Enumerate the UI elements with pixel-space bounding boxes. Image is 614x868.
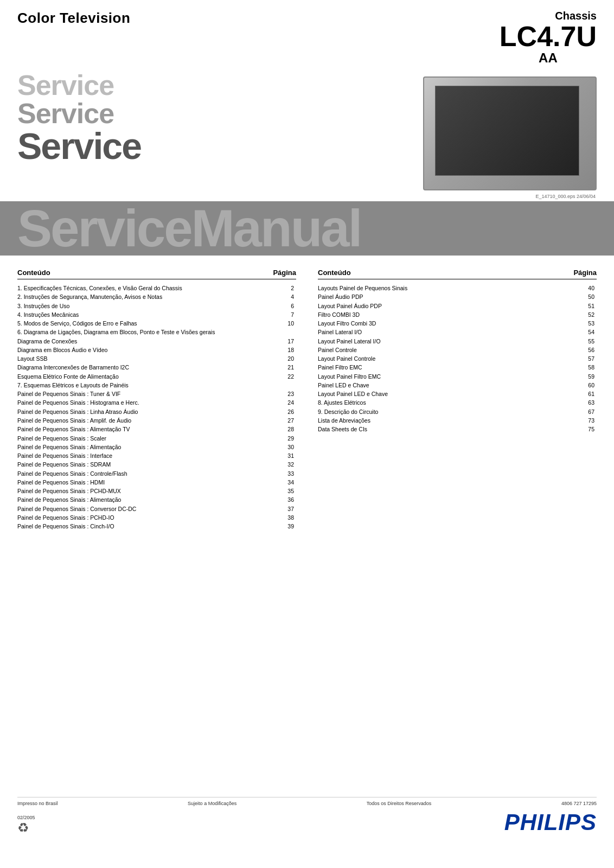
toc-right-list-item: Layout Painel Áudio PDP51 (318, 302, 597, 310)
toc-right-list-item: 9. Descrição do Circuito67 (318, 407, 597, 416)
toc-item-text: Painel de Pequenos Sinais : HDMI (17, 478, 281, 487)
toc-item-page: 38 (281, 513, 294, 522)
service-text-3: Service (17, 127, 141, 164)
toc-left-list-item: Layout SSB20 (17, 354, 296, 363)
toc-item-text: Layout Painel LED e Chave (318, 390, 581, 398)
toc-left-page-label: Página (273, 269, 296, 277)
toc-item-page: 58 (581, 363, 594, 372)
toc-item-text: Esquema Elétrico Fonte de Alimentação (17, 372, 281, 381)
toc-item-page: 7 (281, 310, 294, 319)
toc-item-text: Layout Painel Controle (318, 354, 581, 363)
toc-item-page: 59 (581, 372, 594, 381)
toc-item-text: Painel de Pequenos Sinais : Alimentação (17, 495, 281, 504)
toc-item-page: 21 (281, 363, 294, 372)
footer-subject: Sujeito a Modificações (188, 801, 236, 806)
toc-item-text: Painel de Pequenos Sinais : Interface (17, 451, 281, 460)
toc-item-page: 32 (281, 460, 294, 469)
toc-left-list-item: Painel de Pequenos Sinais : Linha Atraso… (17, 407, 296, 416)
toc-item-text: 6. Diagrama de Ligações, Diagrama em Blo… (17, 328, 281, 336)
toc-item-text: Layouts Painel de Pequenos Sinais (318, 284, 581, 292)
footer-rights: Todos os Direitos Reservados (367, 801, 432, 806)
toc-item-page: 6 (281, 302, 294, 310)
toc-item-page: 54 (581, 328, 594, 336)
toc-item-page: 31 (281, 451, 294, 460)
toc-item-page: 40 (581, 284, 594, 292)
chassis-block: Chassis LC4.7U AA (500, 10, 597, 66)
toc-item-page: 50 (581, 292, 594, 301)
recycle-icon: ♻ (17, 820, 35, 835)
toc-item-text: Painel de Pequenos Sinais : Linha Atraso… (17, 407, 281, 416)
toc-right-list-item: Painel Controle56 (318, 346, 597, 354)
toc-item-text: Painel de Pequenos Sinais : PCHD-MUX (17, 487, 281, 495)
toc-left-list-item: Painel de Pequenos Sinais : Alimentação3… (17, 495, 296, 504)
toc-item-page: 34 (281, 478, 294, 487)
toc-right-list-item: Lista de Abreviações73 (318, 416, 597, 425)
toc-left-list-item: Diagrama em Blocos Áudio e Vídeo18 (17, 346, 296, 354)
toc-right-list-item: Painel LED e Chave60 (318, 381, 597, 390)
service-manual-banner: ServiceManual (0, 201, 614, 256)
toc-item-page: 61 (581, 390, 594, 398)
toc-right-items: Layouts Painel de Pequenos Sinais40Paine… (318, 284, 597, 434)
toc-item-text: Painel de Pequenos Sinais : SDRAM (17, 460, 281, 469)
toc-item-text: Painel de Pequenos Sinais : PCHD-IO (17, 513, 281, 522)
toc-item-text: Filtro COMBI 3D (318, 310, 581, 319)
toc-item-page: 2 (281, 284, 294, 292)
toc-item-page: 75 (581, 425, 594, 433)
toc-item-text: 4. Instruções Mecânicas (17, 310, 281, 319)
toc-item-page: 37 (281, 505, 294, 513)
toc-right-list-item: Layout Painel Lateral I/O55 (318, 337, 597, 346)
toc-item-text: Layout Filtro Combi 3D (318, 319, 581, 328)
color-television-label: Color Television (17, 10, 130, 27)
toc-item-page: 10 (281, 319, 294, 328)
footer-printed: Impresso no Brasil (17, 801, 58, 806)
tv-screen (435, 86, 579, 176)
toc-item-page: 73 (581, 416, 594, 425)
toc-item-page: 67 (581, 407, 594, 416)
toc-right-list-item: Layouts Painel de Pequenos Sinais40 (318, 284, 597, 292)
toc-item-page: 23 (281, 390, 294, 398)
toc-item-page: 24 (281, 398, 294, 407)
toc-item-text: Layout Painel Áudio PDP (318, 302, 581, 310)
toc-item-text: 5. Modos de Serviço, Códigos de Erro e F… (17, 319, 281, 328)
toc-item-page: 35 (281, 487, 294, 495)
toc-right-list-item: Painel Filtro EMC58 (318, 363, 597, 372)
toc-item-page: 26 (281, 407, 294, 416)
toc-item-text: Painel de Pequenos Sinais : Scaler (17, 434, 281, 443)
toc-item-text: Painel Lateral I/O (318, 328, 581, 336)
toc-left-list-item: Painel de Pequenos Sinais : Conversor DC… (17, 505, 296, 513)
toc-item-text: 7. Esquemas Elétricos e Layouts de Painé… (17, 381, 281, 390)
toc-item-page: 4 (281, 292, 294, 301)
toc-left-content-label: Conteúdo (17, 269, 50, 277)
toc-left-list-item: Painel de Pequenos Sinais : Histograma e… (17, 398, 296, 407)
toc-right-list-item: 8. Ajustes Elétricos63 (318, 398, 597, 407)
toc-item-text: 1. Especificações Técnicas, Conexões, e … (17, 284, 281, 292)
toc-item-text: 3. Instruções de Uso (17, 302, 281, 310)
toc-left-list-item: Diagrama de Conexões17 (17, 337, 296, 346)
toc-item-text: Painel LED e Chave (318, 381, 581, 390)
toc-item-page: 39 (281, 522, 294, 531)
service-manual-text: ServiceManual (17, 202, 361, 254)
toc-item-page: 36 (281, 495, 294, 504)
toc-left-list-item: Painel de Pequenos Sinais : Interface31 (17, 451, 296, 460)
toc-item-text: Diagrama Interconexões de Barramento I2C (17, 363, 281, 372)
toc-left-list-item: Diagrama Interconexões de Barramento I2C… (17, 363, 296, 372)
toc-item-page: 30 (281, 443, 294, 451)
service-text-2: Service (17, 99, 141, 127)
philips-logo: PHILIPS (504, 809, 597, 835)
toc-item-text: Layout SSB (17, 354, 281, 363)
toc-item-text: Painel de Pequenos Sinais : Conversor DC… (17, 505, 281, 513)
toc-left-list-item: 3. Instruções de Uso6 (17, 302, 296, 310)
toc-left-list-item: Painel de Pequenos Sinais : Amplif. de Á… (17, 416, 296, 425)
toc-item-text: Layout Painel Lateral I/O (318, 337, 581, 346)
toc-item-page: 17 (281, 337, 294, 346)
toc-right-list-item: Layout Painel Controle57 (318, 354, 597, 363)
toc-left-items: 1. Especificações Técnicas, Conexões, e … (17, 284, 296, 531)
toc-right-content-label: Conteúdo (318, 269, 351, 277)
toc-item-page: 18 (281, 346, 294, 354)
toc-right-header: Conteúdo Página (318, 269, 597, 279)
toc-item-text: Painel de Pequenos Sinais : Controle/Fla… (17, 469, 281, 478)
toc-right-list-item: Layout Filtro Combi 3D53 (318, 319, 597, 328)
toc-item-text: Painel de Pequenos Sinais : Alimentação … (17, 425, 281, 433)
toc-left-header: Conteúdo Página (17, 269, 296, 279)
toc-left-list-item: Painel de Pequenos Sinais : HDMI34 (17, 478, 296, 487)
